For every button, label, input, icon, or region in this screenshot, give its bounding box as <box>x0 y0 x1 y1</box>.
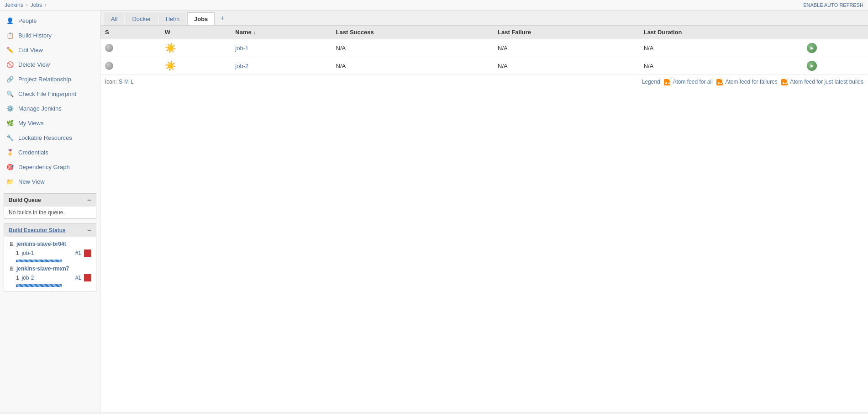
feed-failures-link[interactable]: Atom feed for failures <box>726 79 778 85</box>
tab-jobs[interactable]: Jobs <box>187 12 215 25</box>
project-relationship-icon: 🔗 <box>5 74 15 84</box>
executor-build-br04t-1[interactable]: #1 <box>75 250 81 256</box>
tab-add-button[interactable]: + <box>216 11 229 25</box>
job-last-duration-2: N/A <box>639 57 802 75</box>
build-executor-collapse[interactable]: − <box>87 226 91 234</box>
sidebar-item-dependency-graph[interactable]: 🎯 Dependency Graph <box>0 159 100 174</box>
col-header-last-success: Last Success <box>331 26 494 39</box>
sidebar-item-delete-view[interactable]: 🚫 Delete View <box>0 57 100 72</box>
build-executor-title[interactable]: Build Executor Status <box>9 227 66 234</box>
legend-link[interactable]: Legend <box>642 79 660 85</box>
build-queue-title: Build Queue <box>9 197 41 203</box>
main-content: All Docker Helm Jobs + S W Name ↓ Last S… <box>100 11 868 412</box>
weather-icon-2: ☀️ <box>165 61 176 71</box>
build-queue-header: Build Queue − <box>4 194 96 207</box>
job-last-success-1: N/A <box>331 39 494 57</box>
sidebar-item-edit-view[interactable]: ✏️ Edit View <box>0 42 100 57</box>
executor-cancel-br04t-1[interactable] <box>84 249 91 257</box>
feed-all-wrapper: Atom feed for all <box>664 79 713 85</box>
sidebar-item-new-view[interactable]: 📁 New View <box>0 174 100 189</box>
executor-node-rmxn7-link[interactable]: jenkins-slave-rmxn7 <box>16 265 69 272</box>
tab-docker[interactable]: Docker <box>125 12 158 25</box>
build-executor-panel: Build Executor Status − 🖥 jenkins-slave-… <box>4 223 96 292</box>
breadcrumb-sep-2: › <box>45 2 47 8</box>
table-row: ☀️ job-1 N/A N/A N/A <box>100 39 868 57</box>
icon-size-m[interactable]: M <box>124 79 129 85</box>
job-weather-1: ☀️ <box>160 39 231 57</box>
footer-links: Legend Atom feed for all Atom feed for f… <box>642 79 863 85</box>
lockable-resources-icon: 🔧 <box>5 133 15 142</box>
executor-build-rmxn7-1[interactable]: #1 <box>75 275 81 281</box>
build-queue-collapse[interactable]: − <box>87 196 91 204</box>
job-action-2[interactable] <box>802 57 868 75</box>
executor-job-br04t-1[interactable]: job-1 <box>22 250 73 256</box>
build-queue-body: No builds in the queue. <box>4 207 96 218</box>
manage-jenkins-icon: ⚙️ <box>5 104 15 113</box>
feed-failures-wrapper: Atom feed for failures <box>716 79 778 85</box>
sidebar-item-people[interactable]: 👤 People <box>0 13 100 28</box>
col-header-last-failure: Last Failure <box>493 26 639 39</box>
sidebar-item-my-views[interactable]: 🌿 My Views <box>0 116 100 130</box>
credentials-icon: 🎖️ <box>5 148 15 157</box>
col-header-actions <box>802 26 868 39</box>
sidebar-item-check-file-fingerprint-label: Check File Fingerprint <box>18 90 76 97</box>
icon-size-label: Icon: <box>105 79 117 85</box>
weather-icon-1: ☀️ <box>165 43 176 53</box>
table-footer: Icon: S M L Legend Atom feed for all Ato… <box>100 75 868 89</box>
job-last-duration-1: N/A <box>639 39 802 57</box>
job-link-2[interactable]: job-2 <box>235 63 248 69</box>
sidebar-item-manage-jenkins[interactable]: ⚙️ Manage Jenkins <box>0 101 100 116</box>
breadcrumb-jobs[interactable]: Jobs <box>31 2 42 8</box>
feed-all-link[interactable]: Atom feed for all <box>673 79 712 85</box>
executor-progress-bar-rmxn7-1 <box>16 284 62 287</box>
job-weather-2: ☀️ <box>160 57 231 75</box>
executor-node-br04t-link[interactable]: jenkins-slave-br04t <box>16 241 66 247</box>
tab-bar: All Docker Helm Jobs + <box>100 11 868 26</box>
go-icon-2[interactable] <box>807 61 817 71</box>
executor-node-icon-2: 🖥 <box>9 265 14 272</box>
executor-node-icon-1: 🖥 <box>9 241 14 247</box>
executor-node-rmxn7: 🖥 jenkins-slave-rmxn7 <box>9 264 91 273</box>
sidebar-item-lockable-resources-label: Lockable Resources <box>18 134 72 141</box>
tab-all[interactable]: All <box>104 12 124 25</box>
executor-progress-br04t-1 <box>9 258 91 264</box>
sidebar-item-check-file-fingerprint[interactable]: 🔍 Check File Fingerprint <box>0 86 100 101</box>
sidebar-item-edit-view-label: Edit View <box>18 47 43 53</box>
icon-size-l[interactable]: L <box>131 79 134 85</box>
dependency-graph-icon: 🎯 <box>5 162 15 171</box>
delete-view-icon: 🚫 <box>5 60 15 69</box>
job-link-1[interactable]: job-1 <box>235 45 248 52</box>
sidebar-item-credentials-label: Credentials <box>18 149 48 156</box>
feed-latest-link[interactable]: Atom feed for just latest builds <box>790 79 863 85</box>
col-header-last-duration: Last Duration <box>639 26 802 39</box>
col-header-s: S <box>100 26 160 39</box>
job-action-1[interactable] <box>802 39 868 57</box>
icon-size-s[interactable]: S <box>119 79 122 85</box>
go-icon-1[interactable] <box>807 43 817 53</box>
table-row: ☀️ job-2 N/A N/A N/A <box>100 57 868 75</box>
sidebar-item-new-view-label: New View <box>18 178 45 185</box>
executor-job-rmxn7-1[interactable]: job-2 <box>22 275 73 281</box>
build-executor-body: 🖥 jenkins-slave-br04t 1 job-1 #1 🖥 jenki… <box>4 237 96 292</box>
rss-icon-latest <box>781 79 788 85</box>
sidebar-item-credentials[interactable]: 🎖️ Credentials <box>0 145 100 159</box>
sidebar-item-delete-view-label: Delete View <box>18 61 50 68</box>
col-header-w: W <box>160 26 231 39</box>
job-name-cell-1: job-1 <box>231 39 331 57</box>
breadcrumb-jenkins[interactable]: Jenkins <box>5 2 23 8</box>
sidebar-item-my-views-label: My Views <box>18 120 43 127</box>
executor-cancel-rmxn7-1[interactable] <box>84 274 91 281</box>
breadcrumb-sep-1: › <box>26 2 28 8</box>
sidebar-item-dependency-graph-label: Dependency Graph <box>18 164 70 170</box>
check-file-fingerprint-icon: 🔍 <box>5 89 15 98</box>
new-view-icon: 📁 <box>5 177 15 186</box>
col-header-name-label: Name <box>235 29 251 36</box>
auto-refresh-link[interactable]: ENABLE AUTO REFRESH <box>803 2 863 8</box>
sidebar-item-lockable-resources[interactable]: 🔧 Lockable Resources <box>0 130 100 145</box>
col-header-name[interactable]: Name ↓ <box>231 26 331 39</box>
job-status-ball-1 <box>100 39 160 57</box>
sidebar-item-project-relationship[interactable]: 🔗 Project Relationship <box>0 72 100 86</box>
sidebar-item-build-history[interactable]: 📋 Build History <box>0 28 100 42</box>
feed-latest-wrapper: Atom feed for just latest builds <box>781 79 863 85</box>
tab-helm[interactable]: Helm <box>159 12 186 25</box>
